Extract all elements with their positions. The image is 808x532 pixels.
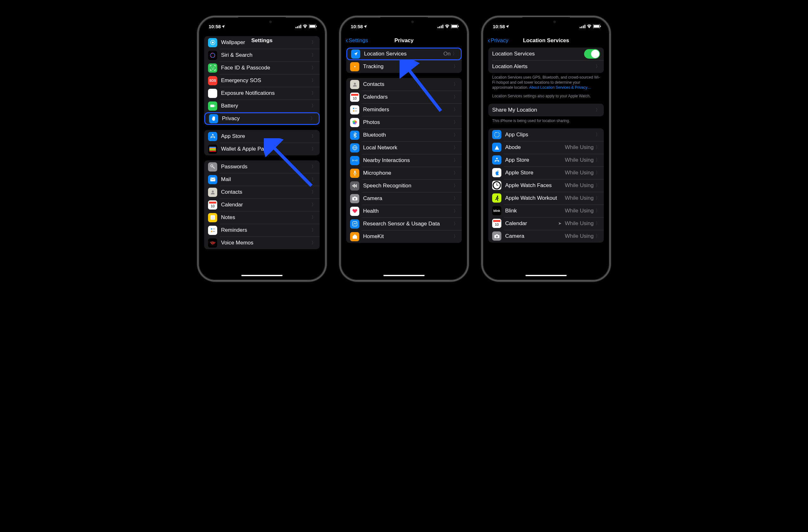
setting-row-siri[interactable]: Siri & Search〉 [204, 49, 320, 61]
setting-row-exposure[interactable]: Exposure Notifications〉 [204, 87, 320, 99]
settings-group: App Clips〉AbodeWhile Using〉App StoreWhil… [488, 128, 604, 242]
setting-row-faceid[interactable]: Face ID & Passcode〉 [204, 61, 320, 74]
home-indicator[interactable] [241, 275, 282, 276]
setting-label: Nearby Interactions [363, 157, 452, 164]
setting-value: While Using [565, 170, 594, 176]
setting-row-watch-faces[interactable]: Apple Watch FacesWhile Using〉 [488, 179, 604, 192]
setting-row-p-research[interactable]: Research Sensor & Usage Data〉 [346, 218, 462, 230]
setting-row-p-mic[interactable]: Microphone〉 [346, 167, 462, 180]
phone-settings: 10:58➤ Settings Wallpaper〉Siri & Search〉… [197, 16, 327, 281]
back-button[interactable]: ‹Settings [346, 36, 368, 45]
setting-row-apple-store[interactable]: Apple StoreWhile Using〉 [488, 166, 604, 179]
setting-label: Contacts [221, 189, 310, 195]
chevron-right-icon: 〉 [595, 183, 600, 188]
back-button[interactable]: ‹Privacy [488, 36, 508, 45]
setting-value: While Using [565, 157, 594, 163]
battery-icon [309, 24, 317, 28]
svg-rect-39 [439, 26, 440, 28]
nearby-icon [350, 156, 359, 165]
setting-row-loc-alerts[interactable]: Location Alerts〉 [488, 60, 604, 73]
setting-label: Research Sensor & Usage Data [363, 221, 452, 227]
setting-row-app-clips[interactable]: App Clips〉 [488, 128, 604, 141]
setting-row-p-speech[interactable]: Speech Recognition〉 [346, 180, 462, 192]
setting-label: Wallpaper [221, 39, 310, 45]
setting-label: Speech Recognition [363, 183, 452, 189]
setting-row-sos[interactable]: SOSEmergency SOS〉 [204, 74, 320, 87]
setting-label: Share My Location [492, 107, 594, 113]
status-time: 10:58 [351, 24, 363, 29]
chevron-left-icon: ‹ [346, 36, 348, 45]
health-icon [350, 207, 359, 216]
svg-rect-2 [299, 25, 300, 28]
setting-label: Location Alerts [492, 63, 594, 70]
svg-point-50 [353, 108, 354, 109]
setting-label: Bluetooth [363, 132, 452, 138]
toggle-switch[interactable] [584, 49, 600, 59]
setting-row-p-localnet[interactable]: Local Network〉 [346, 141, 462, 154]
svg-point-94 [496, 236, 498, 237]
setting-row-p-camera[interactable]: Camera〉 [346, 192, 462, 205]
home-indicator[interactable] [526, 275, 567, 276]
footer-link[interactable]: About Location Services & Privacy… [529, 85, 591, 90]
chevron-right-icon: 〉 [311, 227, 316, 233]
settings-group: Wallpaper〉Siri & Search〉Face ID & Passco… [204, 36, 320, 125]
setting-row-reminders[interactable]: Reminders〉 [204, 224, 320, 237]
svg-point-88 [497, 196, 498, 197]
setting-row-p-bluetooth[interactable]: Bluetooth〉 [346, 129, 462, 141]
setting-row-blink[interactable]: blinkBlinkWhile Using〉 [488, 204, 604, 217]
setting-row-voicememos[interactable]: Voice Memos〉 [204, 237, 320, 249]
setting-row-camera-loc[interactable]: CameraWhile Using〉 [488, 230, 604, 242]
status-time: 10:58 [209, 24, 221, 29]
setting-row-location-services[interactable]: Location ServicesOn〉 [346, 48, 462, 60]
setting-row-calendar[interactable]: 10Calendar〉 [204, 199, 320, 211]
chevron-right-icon: 〉 [454, 208, 458, 214]
settings-group: Location ServicesLocation Alerts〉 [488, 48, 604, 73]
svg-rect-93 [496, 234, 498, 235]
svg-rect-22 [209, 151, 216, 152]
notch [380, 17, 428, 26]
chevron-right-icon: 〉 [454, 158, 458, 163]
svg-rect-73 [353, 222, 357, 226]
svg-rect-41 [442, 25, 443, 28]
speech-icon [350, 181, 359, 190]
status-time: 10:58 [493, 24, 505, 29]
setting-row-p-homekit[interactable]: HomeKit〉 [346, 230, 462, 243]
setting-label: Camera [505, 233, 563, 239]
chevron-right-icon: 〉 [311, 40, 316, 45]
setting-row-share-loc[interactable]: Share My Location〉 [488, 104, 604, 116]
setting-row-app-store-loc[interactable]: App StoreWhile Using〉 [488, 154, 604, 166]
setting-value: While Using [565, 195, 594, 201]
chevron-right-icon: 〉 [595, 64, 600, 70]
setting-row-privacy[interactable]: Privacy〉 [204, 112, 320, 125]
setting-row-wallpaper[interactable]: Wallpaper〉 [204, 36, 320, 49]
svg-rect-75 [580, 27, 581, 28]
svg-point-63 [355, 160, 356, 161]
setting-row-notes[interactable]: Notes〉 [204, 211, 320, 224]
bluetooth-icon [350, 131, 359, 140]
chevron-right-icon: 〉 [453, 51, 457, 57]
setting-row-p-health[interactable]: Health〉 [346, 205, 462, 218]
appstore-icon [492, 155, 501, 165]
camera-icon [492, 232, 501, 241]
location-content[interactable]: Location ServicesLocation Alerts〉Locatio… [484, 48, 608, 278]
status-icons [580, 24, 601, 28]
setting-row-watch-workout[interactable]: Apple Watch WorkoutWhile Using〉 [488, 192, 604, 204]
setting-row-battery[interactable]: Battery〉 [204, 99, 320, 112]
setting-row-abode[interactable]: AbodeWhile Using〉 [488, 141, 604, 154]
setting-label: Location Services [492, 51, 584, 57]
svg-line-37 [270, 144, 311, 186]
setting-row-p-photos[interactable]: Photos〉 [346, 116, 462, 129]
location-arrow-icon: ➤ [363, 24, 368, 29]
setting-row-loc-toggle[interactable]: Location Services [488, 48, 604, 60]
home-indicator[interactable] [383, 275, 425, 276]
chevron-right-icon: 〉 [311, 65, 316, 71]
setting-label: Siri & Search [221, 52, 310, 58]
setting-label: Blink [505, 208, 563, 214]
setting-row-p-nearby[interactable]: Nearby Interactions〉 [346, 154, 462, 167]
setting-row-calendar-loc[interactable]: 10Calendar➤While Using〉 [488, 217, 604, 230]
cellular-icon [296, 25, 301, 28]
appclips-icon [492, 130, 501, 139]
setting-label: HomeKit [363, 233, 452, 240]
setting-value: While Using [565, 220, 594, 227]
status-icons [296, 24, 317, 28]
